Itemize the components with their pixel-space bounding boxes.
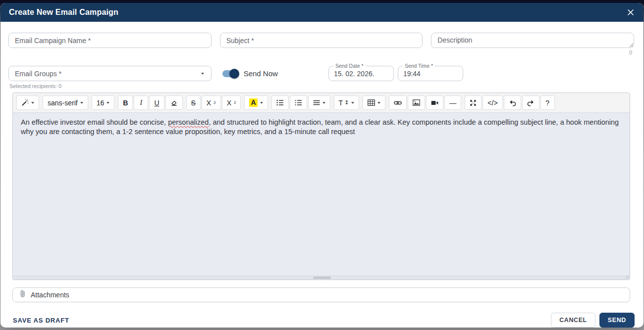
code-view-button[interactable]: </>: [483, 95, 502, 110]
underline-button[interactable]: U: [149, 95, 164, 110]
editor-content[interactable]: An effective investor email should be co…: [13, 113, 630, 276]
editor-toolbar: sans-serif 16 B I U: [13, 93, 630, 113]
toggle-knob: [229, 69, 239, 79]
save-as-draft-button[interactable]: SAVE AS DRAFT: [13, 317, 69, 324]
link-icon: [394, 100, 402, 106]
description-char-counter: 0: [431, 48, 634, 56]
email-groups-label: Email Groups *: [15, 70, 61, 78]
send-now-label: Send Now: [244, 69, 278, 78]
attachments-field[interactable]: Attachments: [12, 287, 630, 302]
picture-icon: [413, 99, 420, 106]
font-color-icon: A: [249, 98, 257, 107]
ordered-list-button[interactable]: [290, 95, 307, 110]
chevron-down-icon: [377, 102, 380, 104]
undo-icon: [509, 99, 516, 106]
ordered-list-icon: [295, 99, 302, 106]
chevron-down-icon: [201, 73, 204, 75]
line-height-base: T: [339, 99, 343, 107]
send-button[interactable]: SEND: [599, 313, 635, 328]
description-textarea[interactable]: [431, 33, 634, 48]
send-date-field[interactable]: Send Date *: [328, 66, 394, 81]
editor-resize-handle[interactable]: [624, 274, 629, 279]
send-date-input[interactable]: [334, 70, 388, 78]
campaign-name-input[interactable]: [8, 33, 212, 48]
line-height-arrow-icon: ↕: [344, 99, 349, 106]
chevron-down-icon: [351, 102, 354, 104]
fullscreen-button[interactable]: [465, 95, 482, 110]
chevron-down-icon: [31, 102, 34, 104]
form-row-2: Email Groups * Selected recipients: 0 Se…: [8, 66, 634, 89]
eraser-icon: [170, 99, 178, 106]
send-time-field[interactable]: Send Time *: [398, 66, 463, 81]
chevron-down-icon: [322, 102, 325, 104]
close-icon[interactable]: [627, 8, 635, 16]
insert-link-button[interactable]: [389, 95, 407, 110]
help-button[interactable]: ?: [540, 95, 555, 110]
bold-button[interactable]: B: [118, 95, 133, 110]
selected-recipients-text: Selected recipients: 0: [8, 81, 212, 89]
unordered-list-icon: [276, 99, 284, 106]
paragraph-align-button[interactable]: [308, 95, 330, 110]
subscript-base: X: [227, 99, 231, 107]
modal-footer: SAVE AS DRAFT CANCEL SEND: [13, 313, 635, 328]
email-groups-select[interactable]: Email Groups *: [8, 66, 212, 81]
insert-picture-button[interactable]: [408, 95, 425, 110]
superscript-base: X: [207, 99, 211, 107]
rich-text-editor: sans-serif 16 B I U: [12, 93, 630, 280]
scrollbar-thumb[interactable]: [313, 277, 331, 279]
create-email-campaign-modal: Create New Email Campaign 0 Email Groups…: [0, 3, 644, 328]
send-now-toggle[interactable]: [222, 70, 239, 77]
italic-button[interactable]: I: [134, 95, 148, 110]
horizontal-rule-button[interactable]: —: [444, 95, 461, 110]
undo-button[interactable]: [504, 95, 521, 110]
modal-header: Create New Email Campaign: [0, 3, 644, 22]
subscript-mark: 2: [234, 100, 236, 105]
magic-wand-icon: [21, 99, 29, 106]
superscript-button[interactable]: X2: [202, 95, 221, 110]
superscript-mark: 2: [214, 100, 215, 105]
chevron-down-icon: [80, 102, 83, 104]
fullscreen-icon: [470, 99, 477, 106]
line-height-button[interactable]: T↕: [334, 95, 360, 110]
attachments-label: Attachments: [31, 291, 69, 299]
redo-icon: [527, 99, 535, 106]
table-button[interactable]: [363, 95, 385, 110]
editor-text: An effective investor email should be co…: [21, 118, 168, 126]
font-size-dropdown[interactable]: 16: [92, 95, 115, 110]
cancel-button[interactable]: CANCEL: [551, 313, 595, 328]
chevron-down-icon: [107, 102, 109, 104]
editor-horizontal-scrollbar[interactable]: [13, 276, 630, 280]
magic-style-button[interactable]: [16, 95, 39, 110]
unordered-list-button[interactable]: [271, 95, 289, 110]
font-size-value: 16: [97, 99, 105, 107]
font-family-dropdown[interactable]: sans-serif: [43, 95, 88, 110]
redo-button[interactable]: [522, 95, 539, 110]
chevron-down-icon: [260, 102, 263, 104]
font-family-value: sans-serif: [48, 99, 78, 107]
font-color-button[interactable]: A: [244, 95, 268, 110]
align-icon: [313, 100, 320, 106]
modal-title: Create New Email Campaign: [9, 8, 118, 17]
video-icon: [431, 100, 438, 106]
send-time-label: Send Time *: [403, 63, 435, 69]
table-icon: [368, 99, 375, 106]
clear-formatting-button[interactable]: [165, 95, 183, 110]
paperclip-icon: [19, 289, 26, 300]
insert-video-button[interactable]: [426, 95, 443, 110]
subject-input[interactable]: [220, 33, 423, 48]
subscript-button[interactable]: X2: [222, 95, 241, 110]
editor-misspelled-word: personalized: [168, 118, 209, 126]
form-row-1: 0: [8, 33, 634, 56]
send-time-input[interactable]: [403, 70, 458, 78]
send-date-label: Send Date *: [333, 63, 366, 69]
strikethrough-button[interactable]: S: [186, 95, 201, 110]
